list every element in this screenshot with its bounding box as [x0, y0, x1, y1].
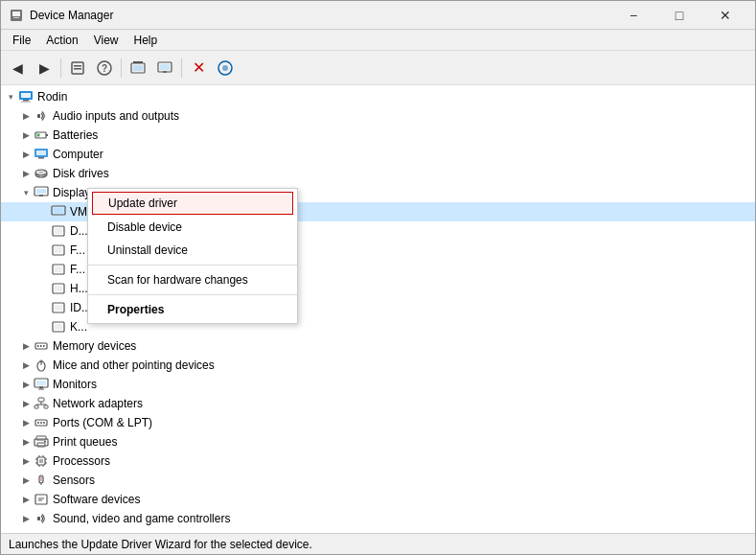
- display-button[interactable]: [152, 56, 177, 81]
- svg-point-67: [37, 422, 39, 424]
- mice-expander[interactable]: ▶: [18, 358, 34, 373]
- tree-item-storage[interactable]: ▶ Storage controllers: [1, 528, 755, 533]
- processors-expander[interactable]: ▶: [18, 453, 34, 469]
- root-expander[interactable]: ▾: [3, 89, 18, 104]
- svg-rect-9: [133, 65, 143, 71]
- device-manager-window: Device Manager − □ ✕ File Action View He…: [0, 0, 756, 555]
- toolbar-separator-3: [181, 58, 182, 78]
- audio-label: Audio inputs and outputs: [53, 109, 179, 123]
- storage-label: Storage controllers: [53, 531, 149, 533]
- software-label: Software devices: [53, 493, 140, 506]
- ports-icon: [34, 415, 49, 430]
- tree-item-audio[interactable]: ▶ Audio inputs and outputs: [1, 106, 755, 126]
- maximize-button[interactable]: □: [657, 1, 701, 30]
- ctx-separator-2: [88, 294, 297, 295]
- display-expander[interactable]: ▾: [18, 185, 34, 200]
- tree-root[interactable]: ▾ Rodin: [1, 87, 755, 106]
- tree-item-ports[interactable]: ▶ Ports (COM & LPT): [1, 413, 755, 432]
- monitors-icon: [34, 377, 49, 392]
- processors-label: Processors: [53, 454, 110, 468]
- ctx-properties[interactable]: Properties: [88, 298, 297, 321]
- svg-rect-44: [55, 305, 62, 311]
- svg-rect-40: [55, 266, 62, 272]
- menu-view[interactable]: View: [86, 32, 126, 49]
- ctx-update-driver[interactable]: Update driver: [92, 192, 293, 215]
- sound-label: Sound, video and game controllers: [53, 512, 230, 525]
- mice-icon: [34, 358, 49, 373]
- svg-rect-34: [54, 208, 63, 213]
- f1-label: F...: [70, 243, 85, 257]
- svg-rect-12: [160, 64, 170, 70]
- computer-expander[interactable]: ▶: [18, 147, 34, 162]
- sensors-expander[interactable]: ▶: [18, 473, 34, 488]
- ctx-scan-hardware[interactable]: Scan for hardware changes: [88, 268, 297, 291]
- computer-label: Computer: [53, 148, 103, 161]
- help-button[interactable]: ?: [92, 56, 117, 81]
- svg-text:?: ?: [102, 63, 107, 74]
- ports-expander[interactable]: ▶: [18, 415, 34, 430]
- window-title: Device Manager: [30, 9, 611, 22]
- forward-button[interactable]: ▶: [32, 56, 57, 81]
- tree-item-processors[interactable]: ▶ Processors: [1, 451, 755, 471]
- tree-item-network[interactable]: ▶ Network adapters: [1, 394, 755, 413]
- remove-button[interactable]: ✕: [186, 56, 211, 81]
- menu-action[interactable]: Action: [38, 32, 85, 49]
- tree-item-memory[interactable]: ▶ Memory devices: [1, 336, 755, 356]
- action-button[interactable]: [213, 56, 238, 81]
- batteries-expander[interactable]: ▶: [18, 127, 34, 143]
- memory-expander[interactable]: ▶: [18, 338, 34, 354]
- scan-button[interactable]: [126, 56, 150, 81]
- ctx-uninstall-device[interactable]: Uninstall device: [88, 239, 297, 262]
- audio-expander[interactable]: ▶: [18, 108, 34, 124]
- svg-rect-73: [44, 441, 46, 443]
- network-icon: [34, 396, 49, 411]
- d-icon: [51, 223, 66, 239]
- svg-rect-46: [55, 324, 62, 330]
- sound-expander[interactable]: ▶: [18, 511, 34, 526]
- toolbar: ◀ ▶ ? ✕: [1, 51, 755, 85]
- disk-expander[interactable]: ▶: [18, 166, 34, 181]
- toolbar-separator-2: [121, 58, 122, 78]
- ctx-disable-device[interactable]: Disable device: [88, 216, 297, 239]
- tree-item-sound[interactable]: ▶ Sound, video and game controllers: [1, 509, 755, 528]
- svg-rect-36: [55, 228, 62, 234]
- svg-rect-42: [55, 286, 62, 291]
- svg-rect-60: [34, 405, 38, 408]
- svg-rect-26: [38, 157, 44, 159]
- svg-rect-87: [35, 495, 47, 504]
- tree-item-monitors[interactable]: ▶ Monitors: [1, 375, 755, 394]
- print-icon: [34, 434, 49, 450]
- properties-button[interactable]: [65, 56, 90, 81]
- title-bar: Device Manager − □ ✕: [1, 1, 755, 30]
- svg-rect-1: [12, 12, 20, 16]
- tree-item-sensors[interactable]: ▶ Sensors: [1, 471, 755, 490]
- storage-expander[interactable]: ▶: [18, 530, 34, 533]
- tree-item-print[interactable]: ▶ Print queues: [1, 432, 755, 451]
- svg-rect-55: [36, 381, 46, 385]
- tree-item-disk[interactable]: ▶ Disk drives: [1, 164, 755, 183]
- menu-help[interactable]: Help: [126, 32, 166, 49]
- monitors-expander[interactable]: ▶: [18, 377, 34, 392]
- svg-point-68: [40, 422, 42, 424]
- ctx-scan-label: Scan for hardware changes: [107, 273, 248, 287]
- svg-rect-22: [46, 134, 48, 136]
- svg-rect-85: [41, 476, 42, 481]
- f1-icon: [51, 243, 66, 258]
- tree-item-batteries[interactable]: ▶ Batteries: [1, 126, 755, 145]
- svg-rect-90: [37, 517, 40, 520]
- tree-item-computer[interactable]: ▶ Computer: [1, 145, 755, 164]
- tree-item-software[interactable]: ▶ Software devices: [1, 490, 755, 509]
- minimize-button[interactable]: −: [611, 1, 655, 30]
- k-label: K...: [70, 320, 87, 334]
- ctx-disable-label: Disable device: [107, 220, 182, 234]
- network-expander[interactable]: ▶: [18, 396, 34, 411]
- print-expander[interactable]: ▶: [18, 434, 34, 450]
- menu-file[interactable]: File: [5, 32, 38, 49]
- software-expander[interactable]: ▶: [18, 492, 34, 507]
- back-button[interactable]: ◀: [5, 56, 30, 81]
- computer-icon: [18, 89, 34, 104]
- close-button[interactable]: ✕: [703, 1, 747, 30]
- tree-item-mice[interactable]: ▶ Mice and other pointing devices: [1, 356, 755, 375]
- svg-rect-5: [74, 68, 81, 70]
- svg-rect-75: [39, 459, 43, 463]
